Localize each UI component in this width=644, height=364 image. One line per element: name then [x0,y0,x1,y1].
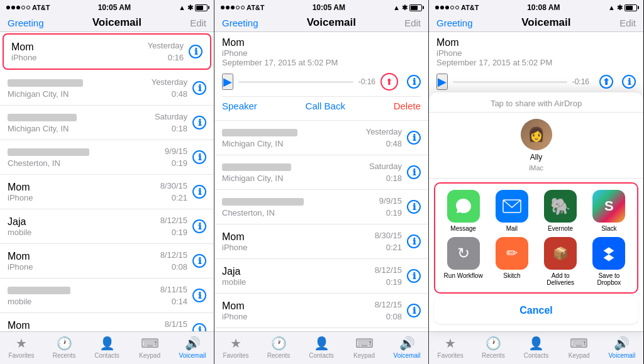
vm-date: 9/9/15 [379,196,402,206]
tab-voicemail[interactable]: 🔊 Voicemail [171,336,214,361]
favorites-icon: ★ [230,336,242,351]
signal-dot [236,6,240,9]
voicemail-item[interactable]: Michigan City, IN Yesterday 0:48 ℹ [214,121,428,155]
blurred-name [222,163,291,171]
contact-device: iMac [529,164,543,172]
tab-favorites[interactable]: ★ Favorites [429,336,472,361]
greeting-button-3[interactable]: Greeting [436,18,473,28]
speaker-button[interactable]: Speaker [222,101,257,111]
tab-recents[interactable]: 🕐 Recents [257,336,300,361]
voicemail-item[interactable]: Michigan City, IN Saturday 0:18 ℹ [214,155,428,190]
vm-info-button[interactable]: ℹ [192,81,206,95]
contacts-icon: 👤 [99,336,115,351]
voicemail-item[interactable]: Mom iPhone 8/1/15 0:28 ℹ [0,313,214,331]
contact-avatar: 👩 [521,119,552,150]
voicemail-item[interactable]: Jaja mobile 8/12/15 0:19 ℹ [0,209,214,244]
vm-info-button[interactable]: ℹ [407,269,421,283]
recents-icon: 🕐 [486,336,501,351]
tab-contacts[interactable]: 👤 Contacts [86,336,128,361]
edit-button-1[interactable]: Edit [190,18,206,28]
signal-dot [241,6,245,9]
app-skitch[interactable]: ✏ Skitch [490,237,533,286]
delete-button[interactable]: Delete [394,101,421,111]
app-workflow[interactable]: ↻ Run Workflow [441,237,485,286]
voicemail-item[interactable]: Mom iPhone 8/30/15 0:21 ℹ [214,224,428,259]
voicemail-item[interactable]: Chesterton, IN 9/9/15 0:19 ℹ [214,190,428,224]
voicemail-item[interactable]: Michigan City, IN Yesterday 0:48 ℹ [0,71,214,106]
vm-duration: 0:21 [172,193,187,202]
vm-source: mobile [8,297,160,306]
app-label: Evernote [548,225,573,232]
vm-info-button[interactable]: ℹ [192,185,206,199]
action-buttons: Speaker Call Back Delete [222,96,421,115]
app-deliveries[interactable]: 📦 Add to Deliveries [539,237,582,286]
vm-info-button[interactable]: ℹ [407,234,421,248]
voicemail-item-selected[interactable]: Mom iPhone Yesterday 0:16 ℹ [3,33,211,70]
cancel-button[interactable]: Cancel [434,297,638,324]
tab-favorites[interactable]: ★ Favorites [0,336,43,361]
vm-info-button[interactable]: ℹ [192,116,206,130]
info-button-3[interactable]: ⬆ [599,75,613,89]
greeting-button-2[interactable]: Greeting [222,18,258,28]
callback-button[interactable]: Call Back [306,101,345,111]
voicemail-item[interactable]: mobile 8/11/15 0:14 ℹ [0,279,214,313]
vm-source: iPhone [222,312,375,321]
share-button[interactable]: ⬆ [380,73,398,91]
edit-button-2[interactable]: Edit [404,18,421,28]
vm-info-button[interactable]: ℹ [192,150,206,164]
voicemail-item[interactable]: Jaja mobile 8/12/15 0:19 ℹ [214,259,428,294]
app-mail[interactable]: Mail [490,190,533,232]
blurred-name [8,148,89,156]
voicemail-item[interactable]: Mom iPhone 8/12/15 0:08 ℹ [214,294,428,328]
tab-label: Contacts [94,352,119,359]
progress-bar-3[interactable] [453,81,567,83]
blurred-name [222,129,297,136]
voicemail-icon: 🔊 [399,336,415,351]
vm-info-button[interactable]: ℹ [192,323,206,331]
vm-source: Michigan City, IN [222,139,366,148]
info-button-3b[interactable]: ℹ [622,75,636,89]
vm-info-button[interactable]: ℹ [407,165,421,179]
tab-keypad[interactable]: ⌨ Keypad [343,336,386,361]
share-apps-grid: Message Mail 🐘 Evernote S [434,182,638,294]
tab-voicemail[interactable]: 🔊 Voicemail [601,336,643,361]
tab-recents[interactable]: 🕐 Recents [472,336,514,361]
tab-contacts[interactable]: 👤 Contacts [300,336,343,361]
vm-info-button[interactable]: ℹ [407,304,421,317]
play-button-3[interactable]: ▶ [436,74,448,90]
vm-info-button[interactable]: ℹ [407,200,421,214]
app-label: Slack [601,225,616,232]
vm-date: Yesterday [148,41,184,50]
app-dropbox[interactable]: Save to Dropbox [587,237,631,286]
vm-info-button[interactable]: ℹ [192,289,206,302]
tab-contacts[interactable]: 👤 Contacts [514,336,557,361]
tab-recents[interactable]: 🕐 Recents [43,336,86,361]
greeting-button[interactable]: Greeting [8,18,44,28]
tab-voicemail[interactable]: 🔊 Voicemail [386,336,428,361]
app-evernote[interactable]: 🐘 Evernote [539,190,582,232]
voicemail-item[interactable]: Chesterton, IN 9/9/15 0:19 ℹ [0,140,214,175]
vm-info-button[interactable]: ℹ [192,254,206,268]
voicemail-item[interactable]: mobile 8/11/15 0:14 ℹ [214,328,428,331]
app-message[interactable]: Message [441,190,485,232]
tab-keypad[interactable]: ⌨ Keypad [128,336,171,361]
edit-button-3[interactable]: Edit [619,18,636,28]
time-label: 10:05 AM [98,3,131,12]
play-button[interactable]: ▶ [222,74,233,90]
voicemail-item[interactable]: Mom iPhone 8/30/15 0:21 ℹ [0,175,214,209]
tab-bar-1: ★ Favorites 🕐 Recents 👤 Contacts ⌨ Keypa… [0,331,214,364]
tab-favorites[interactable]: ★ Favorites [214,336,257,361]
battery-icon [409,4,422,11]
vm-source: mobile [8,228,160,237]
vm-info-button[interactable]: ℹ [192,219,206,233]
vm-info-button[interactable]: ℹ [189,45,203,58]
app-slack[interactable]: S Slack [587,190,631,232]
airdrop-contact-ally[interactable]: 👩 Ally iMac [521,119,552,172]
progress-bar[interactable] [238,81,353,83]
info-button[interactable]: ℹ [407,75,421,89]
voicemail-item[interactable]: Mom iPhone 8/12/15 0:08 ℹ [0,244,214,279]
vm-info-button[interactable]: ℹ [407,131,421,145]
app-label: Save to Dropbox [587,272,631,286]
tab-keypad[interactable]: ⌨ Keypad [558,336,601,361]
voicemail-item[interactable]: Michigan City, IN Saturday 0:18 ℹ [0,106,214,140]
